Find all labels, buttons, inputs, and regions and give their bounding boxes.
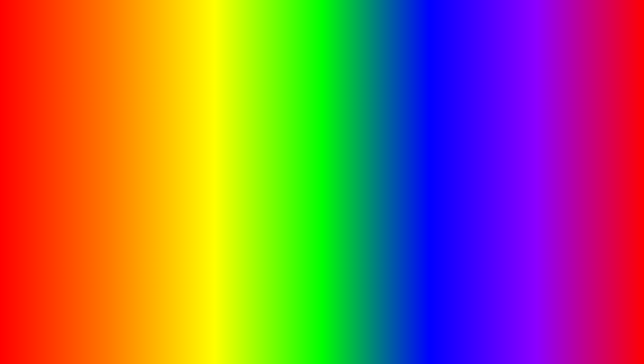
rarity-chevron-down-icon: ▼ [599,187,602,191]
right-panel-header: Thunder... P... × [455,127,614,137]
sidebar-label-player: Player [48,190,59,195]
auto-farm-mastery-row: Auto Farm Selected Mastery [85,216,190,219]
farming-icon: 📋 [41,151,46,156]
bottom-text: AUTO FARM SCRIPT PASTEBIN [3,325,641,355]
right-sidebar-item-main[interactable]: ⌂ Main [455,139,498,149]
left-panel: Thunder... P... × ⌂ Main 📋 Farming 👾 Mon… [36,126,196,220]
bf-logo-fruits-text: FRUITS [581,340,605,348]
right-sidebar: ⌂ Main 📋 Farming 👾 Monster ✂ Items 🚀 [455,137,499,219]
auto-farm-dungeon-toggle[interactable] [593,200,605,206]
sidebar-item-race[interactable]: 🐾 Race [37,197,80,207]
right-sidebar-label-farming: Farming [466,152,481,156]
bf-logo-circle: 💀 BL🎭X FRUITS [571,311,615,355]
auto-nearest-label: Auto Nearest [89,185,112,189]
manual-raid-label: [ Manual Raid ] [504,211,609,215]
select-mastery-row: Select Mastery Type Quest ▼ [85,201,190,214]
auto-farm-level-dot [184,160,187,162]
race-icon-r: 🐾 [459,200,464,205]
sidebar-label-main: Main [45,142,54,147]
right-section-title: • Dungeon [504,141,609,147]
chip-dropdown-value: Flame [587,172,597,176]
home-icon-r: ⌂ [459,142,462,147]
auto-farm-level-row: Auto Farm Level [85,156,190,166]
auto-farm-mastery-toggle[interactable] [175,219,187,219]
auto-label: AUTO [100,323,183,356]
right-sidebar-item-player[interactable]: 👤 Player [455,188,498,197]
fast-farm-toggle[interactable] [175,171,187,177]
right-panel-body: ⌂ Main 📋 Farming 👾 Monster ✂ Items 🚀 [455,137,614,219]
items-icon-r: ✂ [459,171,463,176]
left-section-title: • Farming [85,141,190,147]
right-sidebar-item-items[interactable]: ✂ Items [455,168,498,178]
sidebar-item-farming[interactable]: 📋 Farming [37,149,80,159]
sidebar-item-dungeon[interactable]: 🚀 Dungeon [37,178,80,188]
sidebar-item-items[interactable]: ✂ Items [37,168,80,178]
right-panel-content: • Dungeon Dungeon Status Waiting For Dun… [499,137,614,219]
left-panel-content: • Farming [ Main Farm ] Auto Farm Level … [80,137,196,219]
sidebar-item-ui-settings[interactable]: ⚙ UI Settings [37,207,80,217]
rarity-dropdown-value: Common [582,187,597,191]
sidebar-label-farming: Farming [48,152,63,156]
right-sidebar-label-main: Main [464,142,472,147]
settings-icon: ⚙ [41,209,45,214]
right-sidebar-item-dungeon[interactable]: 🚀 Dungeon [455,178,498,188]
bf-logo: 💀 BL🎭X FRUITS [571,311,615,355]
farming-icon-r: 📋 [459,151,464,156]
chevron-down-icon: ▼ [181,206,184,210]
no-key-text: NO KEY !! [473,265,575,288]
background: BLOX FRUITS NO MISS SKILL THE BEST TOP N… [3,3,641,361]
dungeon-status-row: Dungeon Status Waiting For Dungeon [504,150,609,166]
left-sidebar: ⌂ Main 📋 Farming 👾 Monster ✂ Items 🚀 [37,137,80,219]
left-panel-body: ⌂ Main 📋 Farming 👾 Monster ✂ Items 🚀 [37,137,196,219]
left-panel-header: Thunder... P... × [37,127,196,137]
right-panel-close[interactable]: × [607,129,610,134]
sidebar-item-main[interactable]: ⌂ Main [37,139,80,149]
player-icon-r: 👤 [459,190,464,195]
sidebar-item-monster[interactable]: 👾 Monster [37,159,80,168]
auto-nearest-row: Auto Nearest [85,181,190,193]
sidebar-label-items: Items [46,171,56,176]
home-icon: ⌂ [41,142,43,147]
rarity-dropdown[interactable]: Common ▼ [579,185,605,192]
player-icon: 👤 [41,190,46,195]
dungeon-status-value: Waiting For Dungeon [507,159,539,163]
monster-icon-r: 👾 [459,161,464,166]
chip-chevron-down-icon: ▼ [599,172,602,176]
fruit-rarity-label: Fruit Rarity to Trade with Chip [507,186,560,191]
skull-icon: 💀 [586,319,600,331]
right-panel-title: Thunder... P... [459,130,483,134]
main-farm-label: [ Main Farm ] [85,150,190,154]
monster-icon: 👾 [41,161,46,166]
fast-farm-level-row: Fast Farm Level [85,168,190,179]
fruit-rarity-row: Fruit Rarity to Trade with Chip Common ▼ [504,182,609,195]
mastery-farm-label: [ Mastery Farm ] [85,195,190,199]
manual-kill-aura-row: Manual Kill Aura in Raid is always have … [504,217,609,219]
right-sidebar-item-monster[interactable]: 👾 Monster [455,159,498,168]
sidebar-label-dungeon: Dungeon [48,181,64,185]
right-sidebar-label-race: Race [466,200,476,205]
pastebin-label: PASTEBIN [398,323,544,356]
right-sidebar-item-race[interactable]: 🐾 Race [455,197,498,207]
right-sidebar-label-player: Player [466,190,478,195]
auto-farm-level-label: Auto Farm Level [89,159,118,163]
chip-dropdown[interactable]: Flame ▼ [584,170,605,178]
bf-logo-blox-text: BL🎭X [581,331,605,340]
select-mastery-label: Select Mastery Type [89,205,125,210]
left-panel-close[interactable]: × [189,129,192,134]
sidebar-item-player[interactable]: 👤 Player [37,188,80,197]
right-sidebar-item-farming[interactable]: 📋 Farming [455,149,498,159]
dungeon-icon: 🚀 [41,180,46,185]
title-blox: BLOX [153,6,283,58]
sidebar-label-race: Race [48,200,57,205]
sidebar-label-monster: Monster [48,161,62,166]
dungeon-status-label: Dungeon Status [507,154,536,158]
farm-label: FARM [191,323,274,356]
title-fruits: FRUITS [322,6,491,58]
items-icon: ✂ [41,171,44,176]
auto-farm-dungeon-row: Auto Farm Dungeon [504,197,609,208]
main-title: BLOX FRUITS [3,9,641,55]
mastery-dropdown[interactable]: Quest ▼ [166,204,187,211]
auto-nearest-toggle[interactable] [175,184,187,190]
auto-farm-dungeon-label: Auto Farm Dungeon [507,200,543,205]
mastery-dropdown-value: Quest [169,206,179,210]
